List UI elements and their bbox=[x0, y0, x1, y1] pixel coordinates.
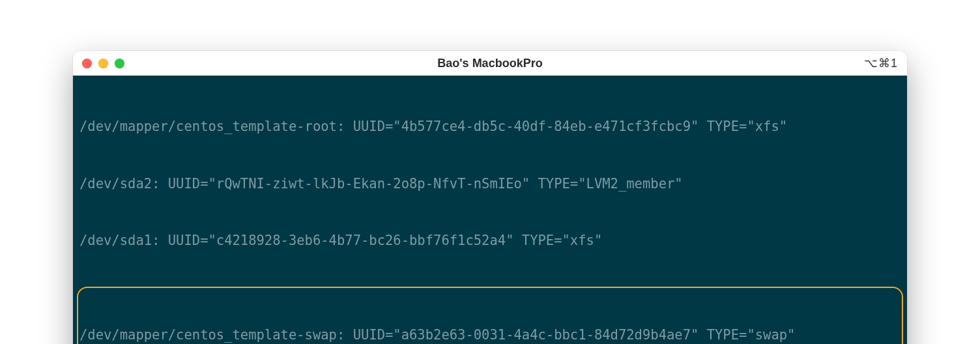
window-title: Bao's MacbookPro bbox=[73, 57, 907, 70]
output-line: /dev/sda2: UUID="rQwTNI-ziwt-lkJb-Ekan-2… bbox=[79, 175, 901, 194]
terminal-body[interactable]: /dev/mapper/centos_template-root: UUID="… bbox=[73, 76, 907, 344]
highlighted-line: /dev/mapper/centos_template-swap: UUID="… bbox=[79, 288, 901, 344]
traffic-lights bbox=[82, 59, 124, 68]
close-button[interactable] bbox=[82, 59, 92, 68]
output-line: /dev/mapper/centos_template-root: UUID="… bbox=[79, 117, 901, 136]
minimize-button[interactable] bbox=[98, 59, 108, 68]
terminal-window: Bao's MacbookPro ⌥⌘1 /dev/mapper/centos_… bbox=[73, 51, 907, 344]
titlebar: Bao's MacbookPro ⌥⌘1 bbox=[73, 51, 907, 76]
output-line: /dev/sda1: UUID="c4218928-3eb6-4b77-bc26… bbox=[79, 231, 901, 250]
window-shortcut: ⌥⌘1 bbox=[864, 56, 898, 70]
zoom-button[interactable] bbox=[115, 59, 124, 68]
output-line: /dev/mapper/centos_template-swap: UUID="… bbox=[79, 326, 901, 344]
